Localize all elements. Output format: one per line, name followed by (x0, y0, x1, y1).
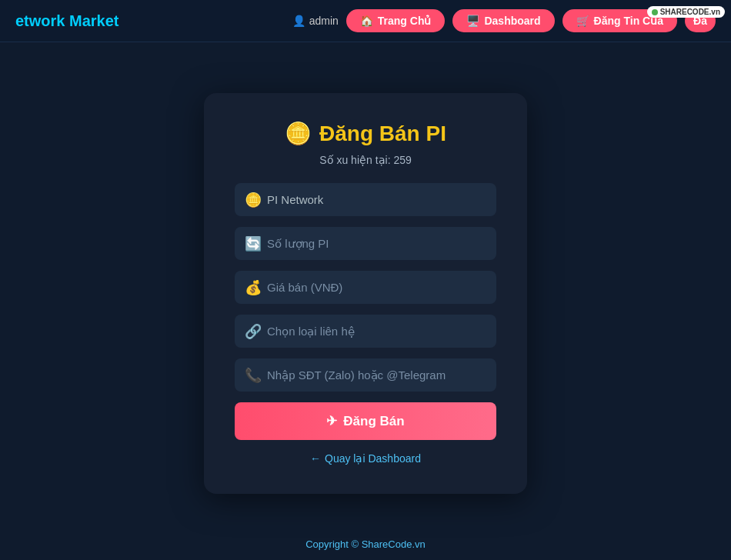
price-icon: 💰 (245, 279, 262, 296)
back-link[interactable]: ← Quay lại Dashboard (235, 452, 496, 465)
send-icon: ✈ (326, 413, 337, 429)
footer: Copyright © ShareCode.vn (0, 529, 731, 560)
quantity-input[interactable] (235, 227, 496, 260)
footer-text: Copyright © ShareCode.vn (305, 538, 426, 550)
dashboard-icon: 🖥️ (466, 15, 479, 27)
submit-button[interactable]: ✈ Đăng Bán (235, 402, 496, 440)
price-group: 💰 (235, 271, 496, 304)
contact-type-group: 🔗 (235, 315, 496, 348)
form-subtitle: Số xu hiện tại: 259 (235, 154, 496, 166)
sharecode-label: SHARECODE.vn (660, 8, 720, 16)
user-icon: 👤 (292, 15, 305, 27)
pi-network-icon: 🪙 (245, 192, 262, 208)
green-dot (652, 9, 658, 15)
admin-user: 👤 admin (292, 15, 339, 27)
sharecode-badge: SHARECODE.vn (647, 6, 725, 18)
main-content: 🪙 Đăng Bán PI Số xu hiện tại: 259 🪙 🔄 💰 … (0, 42, 731, 529)
cart-icon: 🛒 (576, 15, 589, 27)
header: etwork Market 👤 admin 🏠 Trang Chủ 🖥️ Das… (0, 0, 731, 42)
home-icon: 🏠 (360, 15, 373, 27)
contact-info-group: 📞 (235, 358, 496, 392)
dashboard-button[interactable]: 🖥️ Dashboard (452, 9, 554, 32)
phone-icon: 📞 (245, 367, 262, 384)
site-title: etwork Market (15, 12, 119, 30)
quantity-group: 🔄 (235, 227, 496, 260)
contact-info-input[interactable] (235, 358, 496, 392)
contact-type-input[interactable] (235, 315, 496, 348)
quantity-icon: 🔄 (245, 235, 262, 252)
form-card: 🪙 Đăng Bán PI Số xu hiện tại: 259 🪙 🔄 💰 … (204, 93, 527, 494)
admin-label: admin (309, 15, 339, 27)
coin-icon: 🪙 (285, 121, 312, 146)
pi-network-input[interactable] (235, 183, 496, 216)
link-icon: 🔗 (245, 323, 262, 340)
trangchu-button[interactable]: 🏠 Trang Chủ (346, 9, 446, 32)
form-title: 🪙 Đăng Bán PI (235, 121, 496, 146)
arrow-left-icon: ← (310, 452, 321, 465)
price-input[interactable] (235, 271, 496, 304)
pi-network-group: 🪙 (235, 183, 496, 216)
